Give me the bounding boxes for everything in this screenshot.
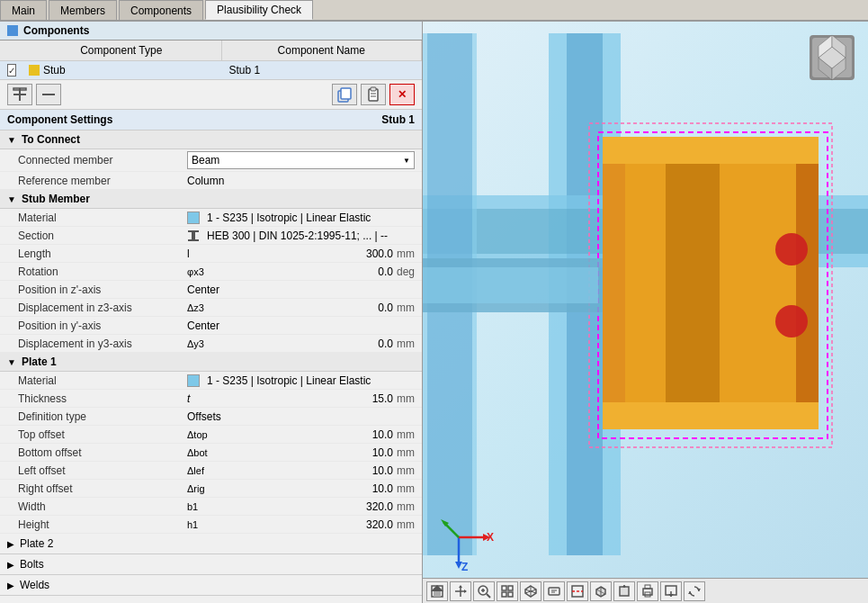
axis-indicator: Z X bbox=[436, 515, 490, 569]
stub-section-value: HEB 300 | DIN 1025-2:1995-11; ... | -- bbox=[180, 227, 422, 244]
height-unit: mm bbox=[397, 518, 415, 531]
svg-rect-11 bbox=[188, 239, 199, 241]
view-home-btn[interactable] bbox=[426, 581, 448, 601]
stub-material-label: Material bbox=[0, 209, 180, 226]
stub-material-row: Material 1 - S235 | Isotropic | Linear E… bbox=[0, 209, 422, 227]
view-axes-btn[interactable] bbox=[450, 581, 471, 601]
rotation-symbol: φx3 bbox=[187, 266, 204, 277]
stub-section-row: Section HEB 300 | DIN 1025-2:1995-11; ..… bbox=[0, 227, 422, 245]
view-refresh-btn[interactable] bbox=[684, 581, 705, 601]
view-fit-btn[interactable] bbox=[497, 581, 518, 601]
tab-members[interactable]: Members bbox=[49, 0, 117, 20]
plate1-definition-row: Definition type Offsets bbox=[0, 408, 422, 426]
components-toolbar: ✕ bbox=[0, 80, 422, 110]
svg-point-26 bbox=[775, 305, 808, 338]
remove-component-btn[interactable] bbox=[36, 84, 61, 105]
svg-rect-30 bbox=[423, 267, 598, 303]
app-container: Main Members Components Plausibility Che… bbox=[0, 0, 868, 603]
row-name: Stub 1 bbox=[222, 61, 423, 79]
paste-btn[interactable] bbox=[361, 84, 386, 105]
svg-rect-60 bbox=[502, 592, 506, 597]
svg-rect-7 bbox=[371, 87, 376, 91]
table-row: ✓ Stub Stub 1 bbox=[0, 61, 422, 80]
displacement-y-unit: mm bbox=[397, 338, 415, 350]
tab-plausibility-check[interactable]: Plausibility Check bbox=[205, 0, 313, 20]
plate1-left-offset-row: Left offset Δlef 10.0 mm bbox=[0, 462, 422, 480]
tab-bar: Main Members Components Plausibility Che… bbox=[0, 0, 868, 22]
row-checkbox[interactable]: ✓ bbox=[0, 61, 22, 79]
components-icon bbox=[7, 25, 18, 36]
view-top-btn[interactable] bbox=[613, 581, 635, 601]
stub-position-y-label: Position in y'-axis bbox=[0, 317, 180, 334]
displacement-z-unit: mm bbox=[397, 302, 415, 314]
stub-displacement-z-value-row: Δz3 0.0 mm bbox=[180, 299, 422, 316]
connected-member-dropdown[interactable]: Beam ▼ bbox=[187, 151, 415, 169]
plate1-bottom-offset-value-row: Δbot 10.0 mm bbox=[180, 444, 422, 461]
svg-rect-66 bbox=[549, 588, 559, 595]
svg-rect-10 bbox=[188, 230, 199, 232]
svg-marker-84 bbox=[688, 591, 692, 594]
displacement-y-value: 0.0 bbox=[378, 338, 393, 350]
view-export-btn[interactable] bbox=[660, 581, 682, 601]
to-connect-title: To Connect bbox=[22, 133, 80, 146]
settings-label-bar: Component Settings Stub 1 bbox=[0, 110, 422, 130]
plate1-width-value-row: b1 320.0 mm bbox=[180, 498, 422, 515]
plate1-thickness-label: Thickness bbox=[0, 390, 180, 407]
top-offset-symbol: Δtop bbox=[187, 429, 208, 440]
plate1-material-color-icon bbox=[187, 374, 200, 387]
section-plate1[interactable]: ▼ Plate 1 bbox=[0, 353, 422, 372]
components-header: Components bbox=[0, 22, 422, 40]
svg-point-25 bbox=[775, 233, 808, 266]
left-offset-unit: mm bbox=[397, 464, 415, 477]
section-welds-collapsed[interactable]: ▶ Welds bbox=[0, 575, 422, 596]
view-render-btn[interactable] bbox=[543, 581, 565, 601]
plate1-bottom-offset-row: Bottom offset Δbot 10.0 mm bbox=[0, 444, 422, 462]
copy-btn[interactable] bbox=[332, 84, 357, 105]
width-symbol: b1 bbox=[187, 501, 198, 512]
bolts-label: Bolts bbox=[20, 558, 44, 571]
stub-length-value-row: l 300.0 mm bbox=[180, 245, 422, 262]
svg-rect-12 bbox=[192, 232, 195, 239]
right-panel: Z X bbox=[423, 22, 868, 603]
svg-rect-58 bbox=[502, 586, 506, 590]
stub-rotation-row: Rotation φx3 0.0 deg bbox=[0, 263, 422, 281]
tab-main[interactable]: Main bbox=[0, 0, 47, 20]
plate1-width-row: Width b1 320.0 mm bbox=[0, 498, 422, 516]
stub-position-z-label: Position in z'-axis bbox=[0, 281, 180, 298]
view-print-btn[interactable] bbox=[637, 581, 658, 601]
col-type-header: Component Type bbox=[22, 40, 222, 60]
right-offset-symbol: Δrig bbox=[187, 483, 205, 494]
tab-components[interactable]: Components bbox=[119, 0, 203, 20]
plate1-height-row: Height h1 320.0 mm bbox=[0, 516, 422, 534]
left-offset-symbol: Δlef bbox=[187, 465, 204, 476]
plate1-height-label: Height bbox=[0, 516, 180, 533]
view-3d-btn[interactable] bbox=[520, 581, 541, 601]
components-title: Components bbox=[23, 24, 89, 37]
svg-rect-48 bbox=[434, 591, 441, 597]
nav-cube[interactable] bbox=[805, 31, 859, 85]
delete-btn[interactable]: ✕ bbox=[389, 84, 415, 105]
viewport-toolbar bbox=[423, 578, 868, 603]
height-symbol: h1 bbox=[187, 519, 198, 530]
section-bolts-collapsed[interactable]: ▶ Bolts bbox=[0, 554, 422, 575]
length-value: 300.0 bbox=[366, 248, 393, 260]
plate1-definition-label: Definition type bbox=[0, 408, 180, 425]
expand-plate2-icon: ▶ bbox=[7, 539, 14, 549]
left-panel: Components Component Type Component Name… bbox=[0, 22, 423, 603]
reference-member-value: Column bbox=[180, 172, 422, 189]
view-iso-btn[interactable] bbox=[590, 581, 612, 601]
add-component-btn[interactable] bbox=[7, 84, 32, 105]
section-to-connect[interactable]: ▼ To Connect bbox=[0, 130, 422, 149]
settings-subtitle: Stub 1 bbox=[381, 113, 415, 126]
plate1-right-offset-row: Right offset Δrig 10.0 mm bbox=[0, 480, 422, 498]
section-stub-member[interactable]: ▼ Stub Member bbox=[0, 190, 422, 209]
section-plate2-collapsed[interactable]: ▶ Plate 2 bbox=[0, 534, 422, 554]
stub-position-y-row: Position in y'-axis Center bbox=[0, 317, 422, 335]
viewport[interactable]: Z X bbox=[423, 22, 868, 603]
view-zoom-btn[interactable] bbox=[473, 581, 495, 601]
expand-stub-icon: ▼ bbox=[7, 194, 16, 204]
view-section-btn[interactable] bbox=[567, 581, 588, 601]
thickness-unit: mm bbox=[397, 392, 415, 405]
svg-rect-20 bbox=[666, 164, 720, 402]
plate1-width-label: Width bbox=[0, 498, 180, 515]
